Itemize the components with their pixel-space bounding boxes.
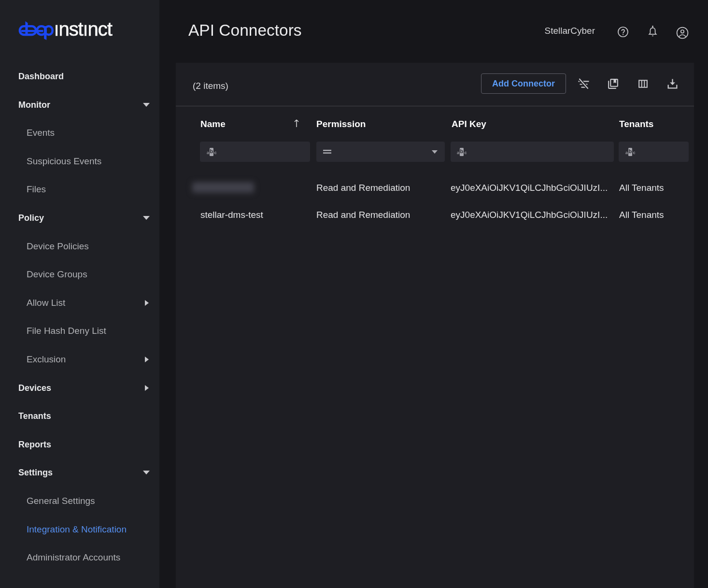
svg-text:ınstınct: ınstınct xyxy=(54,20,113,40)
